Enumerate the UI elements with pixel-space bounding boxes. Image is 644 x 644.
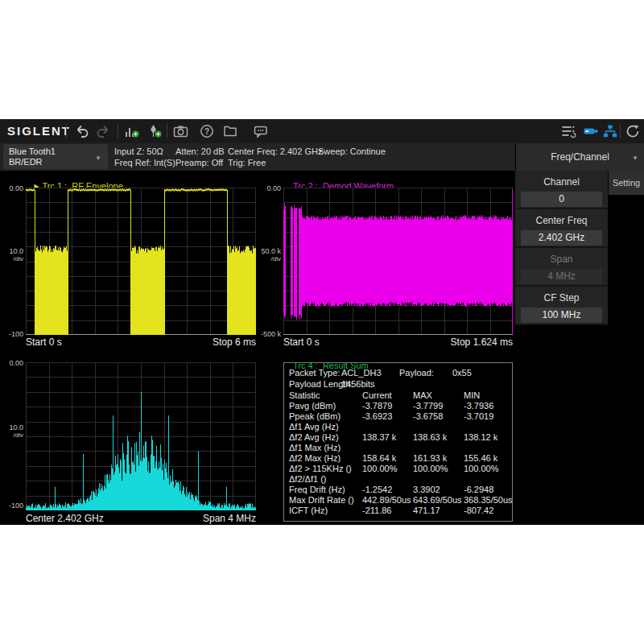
redo-button[interactable]	[93, 122, 113, 141]
trc2-y-scale-unit: /div	[242, 255, 281, 262]
status-field: Input Z: 50Ω Freq Ref: Int(S)	[114, 147, 175, 168]
trc1-y-bottom: -100	[0, 330, 23, 338]
measure-mode-dropdown[interactable]: Blue Tooth1 BR/EDR ▼	[3, 144, 108, 169]
trc1-rf-envelope-plot	[26, 188, 256, 335]
signal-add-icon[interactable]	[122, 122, 142, 141]
stat-value: -3.7936	[464, 401, 493, 411]
trc2-y-bottom: -500 k	[242, 330, 281, 338]
menu-group-channel: Channel0	[515, 171, 608, 209]
result-sum-table: Packet Type:ACL_DH3Payload:0x55Payload L…	[283, 362, 513, 522]
undo-button[interactable]	[72, 122, 92, 141]
stat-value: 100.00%	[362, 464, 397, 473]
stat-value: 138.12 k	[464, 432, 497, 442]
siglent-logo: SIGLENT	[7, 124, 71, 138]
toolbar-divider	[66, 124, 67, 138]
trc1-x-stop: Stop 6 ms	[135, 336, 256, 348]
trc3-y-scale-unit: /div	[0, 431, 23, 439]
side-menu: Channel0Center Freq2.402 GHzSpan4 MHzCF …	[515, 171, 608, 325]
menu-value[interactable]: 2.402 GHz	[521, 230, 602, 246]
toolbar-divider	[167, 124, 167, 138]
system-menu-icon[interactable]	[559, 122, 578, 141]
packet-type-value: ACL_DH3	[341, 368, 382, 378]
table-column-header: MAX	[413, 390, 432, 400]
packet-type-label: Packet Type:	[289, 368, 340, 378]
stat-label: Δf2 Max (Hz)	[289, 453, 341, 463]
trc3-y-top: 0.00	[0, 359, 23, 367]
table-column-header: Current	[362, 390, 392, 400]
table-column-header: MIN	[464, 390, 480, 400]
tab-setting[interactable]: Setting	[609, 171, 644, 195]
stat-label: Freq Drift (Hz)	[289, 485, 345, 494]
stat-value: 161.93 k	[413, 453, 447, 463]
trc2-x-start: Start 0 s	[283, 336, 320, 348]
stat-label: ICFT (Hz)	[289, 506, 328, 515]
menu-label: Channel	[515, 171, 608, 188]
stat-value: -6.2948	[464, 485, 493, 494]
stat-label: Ppeak (dBm)	[289, 411, 341, 421]
toolbar: SIGLENT	[0, 119, 644, 143]
screenshot-camera-icon[interactable]	[171, 122, 190, 141]
trc3-x-center: Center 2.402 GHz	[26, 513, 104, 524]
stat-value: 158.64 k	[362, 453, 396, 463]
stat-label: Δf2/Δf1 ()	[289, 474, 326, 484]
trc3-rf-spectrum-plot	[26, 362, 256, 510]
stat-value: -3.6923	[362, 411, 392, 421]
stat-label: Δf2 > 115KHz ()	[289, 464, 352, 473]
history-icon[interactable]	[623, 122, 642, 141]
stat-value: 100.00%	[413, 464, 448, 473]
menu-value[interactable]: 4 MHz	[521, 269, 602, 284]
stat-value: -3.7799	[413, 401, 443, 411]
mode-line2: BR/EDR	[9, 157, 43, 167]
stat-value: -3.7019	[464, 411, 493, 421]
stat-value: 368.35/50us	[464, 495, 513, 505]
trc2-y-scale: 50.0 k	[242, 247, 281, 255]
stat-label: Δf2 Avg (Hz)	[289, 432, 339, 442]
stat-value: -1.2542	[362, 485, 392, 494]
file-folder-icon[interactable]	[221, 122, 240, 141]
trc2-demod-waveform-plot	[283, 188, 513, 335]
stat-value: -3.7879	[362, 401, 392, 411]
status-field: Center Freq: 2.402 GHz Trig: Free	[228, 147, 322, 168]
trc1-y-scale-unit: /div	[0, 255, 23, 262]
message-icon[interactable]	[251, 122, 270, 141]
trc2-y-top: 0.00	[242, 184, 281, 192]
svg-text:?: ?	[204, 127, 209, 136]
trc3-y-bottom: -100	[0, 502, 23, 510]
stat-value: 442.89/50us	[362, 495, 411, 505]
stat-value: 3.3902	[413, 485, 440, 494]
stat-label: Δf1 Max (Hz)	[289, 443, 341, 452]
payload-value: 0x55	[452, 368, 472, 378]
side-panel-title[interactable]: Freq/Channel ▼	[516, 143, 644, 171]
payload-length-value: 1456bits	[341, 379, 375, 389]
menu-value[interactable]: 0	[521, 192, 602, 207]
menu-group-center-freq: Center Freq2.402 GHz	[515, 209, 608, 248]
mode-line1: Blue Tooth1	[9, 147, 56, 156]
trc3-x-span: Span 4 MHz	[135, 513, 256, 524]
lan-icon[interactable]	[601, 122, 620, 141]
trc1-x-start: Start 0 s	[26, 336, 62, 348]
stat-label: Pavg (dBm)	[289, 401, 336, 411]
analyzer-screen: SIGLENT	[0, 119, 644, 525]
trc1-y-top: 0.00	[0, 184, 23, 192]
toolbar-divider	[620, 124, 621, 138]
stat-label: Δf1 Avg (Hz)	[289, 422, 339, 431]
marker-add-icon[interactable]	[145, 122, 164, 141]
stat-value: 643.69/50us	[413, 495, 462, 505]
stat-value: 471.17	[413, 506, 440, 515]
payload-label: Payload:	[399, 368, 434, 378]
menu-label: CF Step	[515, 287, 608, 303]
toolbar-divider	[118, 124, 118, 138]
help-icon[interactable]: ?	[197, 122, 217, 141]
stat-label: Max Drift Rate ()	[289, 495, 354, 505]
chevron-down-icon: ▼	[95, 153, 101, 163]
side-panel-title-label: Freq/Channel	[551, 151, 609, 163]
stat-value: -211.86	[362, 506, 392, 515]
menu-label: Center Freq	[515, 209, 608, 226]
menu-label: Span	[515, 248, 608, 265]
usb-icon[interactable]	[582, 122, 601, 141]
trc1-y-scale: 10.0	[0, 247, 23, 255]
menu-value[interactable]: 100 MHz	[521, 308, 602, 323]
status-field: Atten: 20 dB Preamp: Off	[175, 147, 225, 168]
trc2-x-stop: Stop 1.624 ms	[384, 336, 513, 348]
stat-value: 155.46 k	[464, 453, 497, 463]
